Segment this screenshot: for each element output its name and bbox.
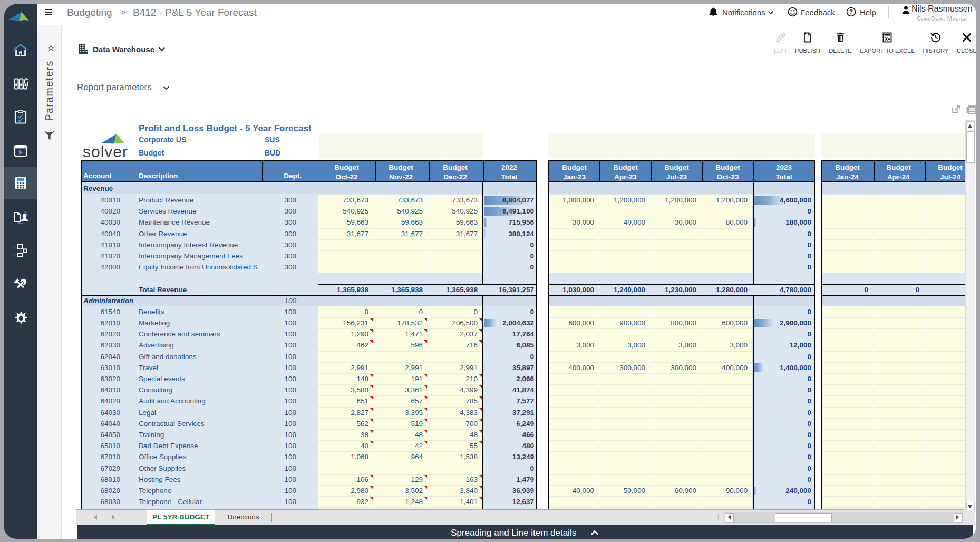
svg-text:X: X <box>885 36 888 42</box>
svg-text:?: ? <box>849 8 853 15</box>
